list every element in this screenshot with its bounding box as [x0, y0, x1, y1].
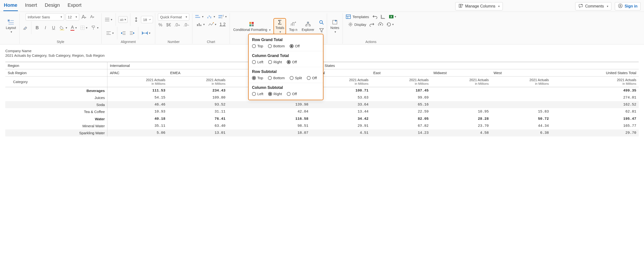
chevron-down-icon: ▾ [215, 23, 216, 26]
refresh-icon[interactable]: ▾ [386, 21, 395, 28]
column-chart-icon[interactable]: ▾ [196, 21, 206, 28]
italic-icon[interactable]: I [42, 24, 49, 31]
topn-button[interactable]: Top n [288, 20, 298, 32]
filter-icon[interactable] [318, 27, 325, 34]
font-name-select[interactable]: Inforiver Sans▾ [26, 13, 64, 20]
subregion-east[interactable]: East [371, 69, 431, 76]
excel-icon[interactable]: X▾ [388, 13, 397, 20]
column-grand-total-off[interactable]: Off [287, 60, 297, 64]
format-painter-icon[interactable]: ▾ [90, 24, 100, 31]
comments-button[interactable]: Comments ▾ [575, 2, 611, 10]
comments-label: Comments [585, 4, 604, 8]
region-header: Region [5, 62, 108, 69]
cell-value: 54.15 [108, 94, 168, 101]
indent-decrease-icon[interactable] [120, 30, 127, 36]
subregion-midwest[interactable]: Midwest [431, 69, 491, 76]
subregion-west[interactable]: West [491, 69, 551, 76]
quick-format-select[interactable]: Quick Format▾ [158, 13, 189, 20]
ruler-icon[interactable] [380, 13, 386, 20]
clear-format-icon[interactable] [22, 24, 29, 31]
chevron-down-icon: ▾ [280, 30, 281, 34]
cell-value: 23.70 [431, 122, 491, 130]
cell-value: 29.91 [311, 122, 371, 130]
decrease-decimal-icon[interactable]: .0− [182, 22, 190, 28]
waterfall-icon[interactable]: ▾ [206, 13, 216, 20]
conditional-formatting-button[interactable]: Conditional Formatting ▾ [232, 20, 272, 32]
currency-icon[interactable]: $€ [165, 22, 172, 28]
row-grand-total-bottom[interactable]: Bottom [268, 44, 285, 48]
tab-home[interactable]: Home [4, 2, 18, 11]
ratio-value[interactable]: 1.2 [219, 21, 227, 28]
bar-chart-icon[interactable]: ▾ [194, 13, 204, 20]
table-row[interactable]: Mineral Water35.1163.4098.5129.9167.8223… [5, 122, 639, 130]
row-grand-total-title: Row Grand Total [252, 38, 320, 42]
column-subtotal-off[interactable]: Off [287, 92, 297, 96]
chevron-down-icon: ▾ [76, 15, 77, 18]
layout-dropdown[interactable]: Layout ▾ [4, 18, 18, 34]
valign-icon[interactable]: ▾ [104, 16, 113, 23]
font-shrink-icon[interactable]: A▾ [89, 14, 96, 20]
table-row[interactable]: Sparkling Water5.0613.0118.074.5114.234.… [5, 130, 639, 136]
sparkline-icon[interactable]: ▾ [207, 21, 217, 28]
tab-insert[interactable]: Insert [24, 2, 38, 11]
redo-icon[interactable] [368, 21, 375, 28]
underline-icon[interactable]: U [50, 24, 57, 31]
halign-icon[interactable]: ▾ [105, 30, 115, 36]
fit-width-icon[interactable]: ▾ [141, 30, 151, 36]
cell-value: 93.52 [168, 101, 228, 108]
wrap-text-icon[interactable]: ab▾ [118, 16, 128, 23]
display-button[interactable]: Display [347, 21, 367, 28]
fill-color-icon[interactable]: ▾ [58, 24, 68, 31]
subregion-emea[interactable]: EMEA [168, 69, 228, 76]
table-row[interactable]: Water40.1876.41116.5834.4282.0528.2850.7… [5, 116, 639, 123]
ribbon-group-actions: Templates X▾ Display ▾ Actions [343, 13, 399, 44]
column-grand-total-left[interactable]: Left [252, 60, 263, 64]
line-spacing-value[interactable]: 18 ▴▾ [141, 16, 153, 23]
column-subtotal-left[interactable]: Left [252, 92, 263, 96]
svg-rect-36 [218, 15, 222, 16]
increase-decimal-icon[interactable]: .0+ [174, 22, 181, 28]
search-icon[interactable] [318, 19, 325, 26]
subregion-apac[interactable]: APAC [108, 69, 168, 76]
templates-button[interactable]: Templates [345, 13, 370, 20]
explorer-button[interactable]: Explorer [300, 20, 316, 32]
table-row[interactable]: Soda46.4693.52139.9833.6465.16162.52 [5, 101, 639, 108]
sigma-icon: Σ [278, 19, 282, 25]
row-grand-total-off[interactable]: Off [290, 44, 300, 48]
undo-icon[interactable] [372, 13, 378, 20]
tab-export[interactable]: Export [67, 2, 82, 11]
percent-icon[interactable]: % [157, 22, 164, 28]
row-subtotal-split[interactable]: Split [290, 76, 302, 80]
font-grow-icon[interactable]: A▴ [80, 14, 88, 20]
row-grand-total-top[interactable]: Top [252, 44, 263, 48]
signin-button[interactable]: Sign in [615, 2, 640, 10]
totals-button[interactable]: Σ Totals ▾ [274, 18, 286, 34]
region-us[interactable]: United States [311, 62, 639, 69]
notes-button[interactable]: Notes ▾ [329, 18, 341, 34]
display-label: Display [354, 22, 366, 26]
svg-rect-47 [252, 24, 254, 26]
font-size-select[interactable]: 12▾ [66, 13, 79, 20]
column-grand-total-right[interactable]: Right [268, 60, 282, 64]
cell-value: 187.45 [371, 87, 431, 94]
font-color-icon[interactable]: A▾ [70, 24, 78, 31]
indent-increase-icon[interactable] [128, 30, 136, 36]
table-row[interactable]: Tea & Coffee10.9331.1142.0413.4422.5910.… [5, 108, 639, 116]
cell-value: 42.04 [228, 108, 311, 116]
borders-icon[interactable]: ▾ [79, 24, 88, 31]
cell-value: 29.70 [551, 130, 639, 136]
line-spacing-icon[interactable] [133, 16, 140, 23]
cloud-upload-icon[interactable] [377, 21, 384, 28]
row-subtotal-off[interactable]: Off [307, 76, 317, 80]
bullet-chart-icon[interactable]: ▾ [218, 13, 228, 20]
manage-columns-button[interactable]: Manage Columns ▾ [455, 2, 503, 10]
tab-design[interactable]: Design [44, 2, 60, 11]
svg-rect-50 [309, 25, 310, 26]
subregion-us-total[interactable]: United States Total [551, 69, 639, 76]
font-size-value: 12 [68, 15, 72, 19]
bold-icon[interactable]: B [34, 24, 40, 31]
chevron-down-icon: ▾ [186, 15, 187, 18]
column-subtotal-right[interactable]: Right [268, 92, 282, 96]
row-subtotal-bottom[interactable]: Bottom [268, 76, 285, 80]
row-subtotal-top[interactable]: Top [252, 76, 263, 80]
